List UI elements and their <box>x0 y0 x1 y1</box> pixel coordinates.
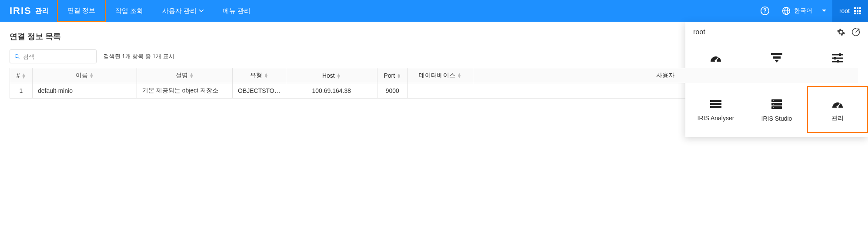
nav-job-query[interactable]: 작업 조회 <box>106 0 153 22</box>
brand: IRIS 관리 <box>0 0 57 22</box>
cell-desc: 기본 제공되는 object 저장소 <box>137 83 233 99</box>
dropdown-item-admin[interactable]: 관리 <box>807 86 868 108</box>
svg-point-23 <box>773 107 774 108</box>
nav-label: 연결 정보 <box>67 7 95 15</box>
language-label: 한국어 <box>794 7 812 15</box>
nav-label: 메뉴 관리 <box>223 7 250 15</box>
cell-host: 100.69.164.38 <box>286 83 377 99</box>
svg-point-1 <box>765 12 765 13</box>
result-text: 검색된 1개 항목 중 1개 표시 <box>103 53 174 60</box>
svg-rect-10 <box>839 53 841 56</box>
logout-button[interactable] <box>851 28 860 36</box>
help-icon <box>760 6 770 16</box>
sort-icon: ▲▼ <box>21 73 26 79</box>
nav-label: 사용자 관리 <box>162 7 197 15</box>
search-icon <box>14 53 20 59</box>
brand-sub: 관리 <box>35 7 49 16</box>
chevron-down-icon <box>199 10 204 12</box>
logout-icon <box>851 28 860 36</box>
sliders-icon <box>832 53 843 63</box>
sort-icon: ▲▼ <box>457 73 461 78</box>
nav-connection-info[interactable]: 연결 정보 <box>57 0 106 22</box>
svg-rect-17 <box>710 106 721 108</box>
cell-db <box>407 83 473 99</box>
brand-iris: IRIS <box>10 5 32 16</box>
nav: 연결 정보 작업 조회 사용자 관리 메뉴 관리 <box>57 0 260 22</box>
settings-button[interactable] <box>837 28 845 36</box>
sort-icon: ▲▼ <box>264 73 268 78</box>
col-header-type[interactable]: 유형▲▼ <box>233 68 286 83</box>
cell-name: default-minio <box>33 83 137 99</box>
topbar-right: 한국어 root <box>754 0 868 22</box>
svg-line-27 <box>18 57 20 59</box>
cell-num: 1 <box>10 83 33 99</box>
svg-rect-12 <box>834 57 836 59</box>
svg-rect-14 <box>837 60 839 63</box>
user-dropdown: root 대시보드 브라우저 <box>685 22 868 108</box>
svg-rect-7 <box>771 53 782 55</box>
svg-point-21 <box>773 104 774 105</box>
language-selector[interactable]: 한국어 <box>776 0 832 22</box>
col-header-port[interactable]: Port▲▼ <box>377 68 407 83</box>
globe-icon <box>782 7 791 15</box>
sort-icon: ▲▼ <box>90 73 94 78</box>
table-header-row: #▲▼ 이름▲▼ 설명▲▼ 유형▲▼ Host▲▼ Port▲▼ 데이터베이스▲… <box>10 68 858 83</box>
col-header-user[interactable]: 사용자 <box>473 68 858 83</box>
col-header-num[interactable]: #▲▼ <box>10 68 33 83</box>
dropdown-item-analyser[interactable]: IRIS Analyser <box>685 86 746 108</box>
col-header-desc[interactable]: 설명▲▼ <box>137 68 233 83</box>
svg-rect-8 <box>773 56 781 59</box>
dropdown-item-studio[interactable]: IRIS Studio <box>746 86 807 108</box>
dropdown-user-label: root <box>693 28 837 36</box>
sort-icon: ▲▼ <box>397 73 401 79</box>
svg-rect-16 <box>710 103 721 105</box>
gauge-icon <box>831 99 844 108</box>
user-menu-button[interactable]: root <box>832 0 868 22</box>
topbar: IRIS 관리 연결 정보 작업 조회 사용자 관리 메뉴 관리 한국어 ro <box>0 0 868 22</box>
sort-icon: ▲▼ <box>337 73 341 79</box>
svg-point-26 <box>15 54 18 57</box>
gauge-icon <box>710 53 722 63</box>
apps-grid-icon <box>854 7 861 14</box>
sort-icon: ▲▼ <box>190 73 194 78</box>
help-button[interactable] <box>754 0 776 22</box>
nav-menu-manage[interactable]: 메뉴 관리 <box>213 0 260 22</box>
server-icon <box>771 99 782 108</box>
search-box[interactable] <box>10 49 97 63</box>
caret-down-icon <box>822 10 826 12</box>
user-label: root <box>839 7 850 14</box>
filter-icon <box>771 53 782 63</box>
svg-rect-15 <box>710 100 721 102</box>
cell-type: OBJECTSTO… <box>233 83 286 99</box>
col-header-db[interactable]: 데이터베이스▲▼ <box>407 68 473 83</box>
nav-user-manage[interactable]: 사용자 관리 <box>153 0 213 22</box>
search-input[interactable] <box>23 53 92 60</box>
bars-icon <box>710 100 721 108</box>
cell-port: 9000 <box>377 83 407 99</box>
gear-icon <box>837 28 845 36</box>
dropdown-header: root <box>685 22 868 41</box>
col-header-name[interactable]: 이름▲▼ <box>33 68 137 83</box>
svg-point-19 <box>773 100 774 101</box>
nav-label: 작업 조회 <box>115 7 143 15</box>
col-header-host[interactable]: Host▲▼ <box>286 68 377 83</box>
